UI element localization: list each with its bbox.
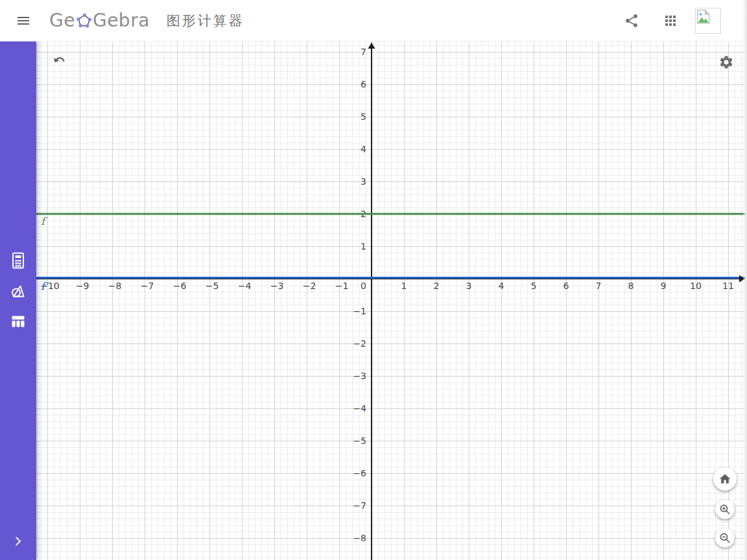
- sidebar-item-geometry-tools[interactable]: [9, 282, 27, 300]
- svg-text:11: 11: [722, 281, 734, 291]
- svg-text:−9: −9: [76, 281, 89, 291]
- svg-text:f': f': [41, 280, 49, 292]
- svg-text:−3: −3: [353, 371, 366, 381]
- home-button[interactable]: [713, 467, 737, 491]
- sidebar-tools: [9, 251, 27, 331]
- gear-icon: [718, 54, 734, 70]
- magnifier-plus-icon: [719, 504, 731, 515]
- zoom-controls: [713, 467, 737, 548]
- svg-text:1: 1: [401, 281, 407, 291]
- scrollbar[interactable]: [742, 0, 747, 560]
- svg-text:−6: −6: [173, 281, 187, 291]
- share-icon: [624, 13, 639, 29]
- table-icon: [10, 314, 26, 329]
- svg-text:4: 4: [499, 281, 504, 291]
- svg-text:3: 3: [361, 176, 366, 187]
- home-icon: [718, 472, 731, 485]
- sidebar-item-calculator[interactable]: [9, 251, 27, 270]
- graph-plot[interactable]: −10−9−8−7−6−5−4−3−2−11234567891011765432…: [36, 41, 747, 560]
- svg-text:−7: −7: [353, 500, 366, 511]
- broken-image-icon: [696, 9, 711, 25]
- svg-text:6: 6: [563, 281, 569, 291]
- svg-text:−1: −1: [335, 281, 349, 291]
- svg-text:−2: −2: [353, 338, 366, 349]
- magnifier-minus-icon: [719, 532, 731, 544]
- svg-text:8: 8: [628, 281, 634, 291]
- header: Ge Gebra 图形计算器: [0, 0, 747, 41]
- apps-button[interactable]: [658, 8, 683, 34]
- calculator-icon: [10, 252, 26, 269]
- svg-text:5: 5: [531, 281, 537, 291]
- svg-text:6: 6: [361, 79, 366, 89]
- geometry-tools-icon: [10, 283, 27, 299]
- svg-text:−1: −1: [353, 306, 366, 316]
- svg-text:−4: −4: [353, 403, 366, 414]
- svg-text:−7: −7: [141, 281, 154, 291]
- svg-text:9: 9: [661, 281, 667, 291]
- svg-text:10: 10: [690, 281, 702, 291]
- menu-button[interactable]: [10, 8, 36, 34]
- app-title: 图形计算器: [167, 13, 244, 28]
- svg-text:3: 3: [466, 281, 472, 291]
- hamburger-icon: [16, 13, 31, 29]
- svg-text:−8: −8: [353, 533, 366, 543]
- settings-button[interactable]: [715, 51, 738, 74]
- svg-text:−6: −6: [353, 468, 366, 478]
- geogebra-logo[interactable]: Ge Gebra: [49, 12, 150, 30]
- svg-text:−2: −2: [303, 281, 316, 291]
- svg-text:7: 7: [596, 281, 602, 291]
- undo-icon: [52, 53, 67, 69]
- logo-text-left: Ge: [49, 12, 75, 30]
- sidebar-item-table[interactable]: [9, 312, 27, 331]
- zoom-in-button[interactable]: [715, 500, 735, 519]
- chevron-right-icon: [12, 535, 24, 547]
- sidebar: [0, 41, 36, 560]
- svg-text:2: 2: [434, 281, 440, 291]
- svg-text:−5: −5: [206, 281, 219, 291]
- apps-grid-icon: [663, 13, 678, 29]
- svg-text:f: f: [41, 215, 47, 228]
- profile-avatar[interactable]: [695, 8, 721, 34]
- geogebra-pentagon-icon: [76, 13, 92, 29]
- undo-button[interactable]: [48, 49, 71, 73]
- svg-text:5: 5: [361, 111, 366, 122]
- svg-text:−3: −3: [270, 281, 284, 291]
- expand-panel-button[interactable]: [8, 531, 28, 551]
- logo-text-right: Gebra: [93, 12, 150, 30]
- svg-text:1: 1: [361, 241, 366, 251]
- svg-text:−5: −5: [353, 436, 366, 446]
- main-area: −10−9−8−7−6−5−4−3−2−11234567891011765432…: [0, 41, 747, 560]
- zoom-out-button[interactable]: [715, 528, 735, 548]
- svg-text:−4: −4: [238, 281, 252, 291]
- graphics-view[interactable]: −10−9−8−7−6−5−4−3−2−11234567891011765432…: [36, 41, 747, 560]
- svg-text:0: 0: [361, 281, 366, 291]
- svg-text:−8: −8: [108, 281, 122, 291]
- svg-text:4: 4: [361, 144, 366, 154]
- share-button[interactable]: [619, 8, 645, 34]
- svg-text:7: 7: [361, 47, 366, 57]
